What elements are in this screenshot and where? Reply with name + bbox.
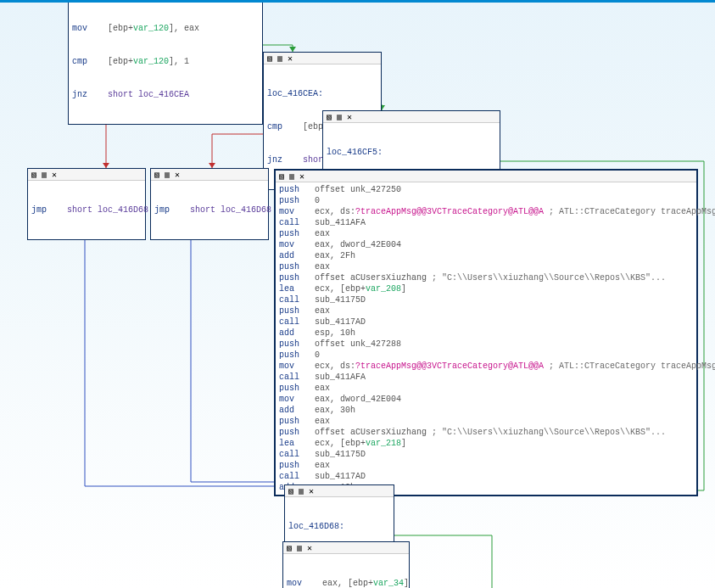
close-icon[interactable]: ✕ xyxy=(50,171,59,179)
mnem: mov xyxy=(72,23,108,34)
block-trace-body[interactable]: ▧ ▥ ✕ pushoffset unk_427250push0movecx, … xyxy=(274,169,698,496)
close-icon[interactable]: ✕ xyxy=(298,172,306,181)
close-icon[interactable]: ✕ xyxy=(345,113,354,121)
graph-icon[interactable]: ▧ xyxy=(265,54,274,63)
node-header: ▧ ▥ ✕ xyxy=(285,485,394,497)
bars-icon[interactable]: ▥ xyxy=(163,171,171,179)
graph-icon[interactable]: ▧ xyxy=(285,544,293,552)
bars-icon[interactable]: ▥ xyxy=(288,172,296,181)
block-entry[interactable]: mov[ebp+var_120], eax cmp[ebp+var_120], … xyxy=(68,0,263,125)
bars-icon[interactable]: ▥ xyxy=(40,171,48,179)
loc-label: loc_416D68: xyxy=(288,522,344,531)
block-var34[interactable]: ▧ ▥ ✕ moveax, [ebp+var_34] mov[ebp+var_2… xyxy=(282,541,410,588)
close-icon[interactable]: ✕ xyxy=(307,487,316,496)
graph-icon[interactable]: ▧ xyxy=(287,487,295,496)
node-header: ▧ ▥ ✕ xyxy=(323,111,500,123)
close-icon[interactable]: ✕ xyxy=(305,544,314,552)
graph-icon[interactable]: ▧ xyxy=(153,171,161,179)
asm-listing: pushoffset unk_427250push0movecx, ds:?tr… xyxy=(276,182,696,495)
bars-icon[interactable]: ▥ xyxy=(276,54,284,63)
bars-icon[interactable]: ▥ xyxy=(335,113,344,121)
graph-icon[interactable]: ▧ xyxy=(325,113,333,121)
node-header: ▧ ▥ ✕ xyxy=(276,171,696,182)
close-icon[interactable]: ✕ xyxy=(173,171,182,179)
close-icon[interactable]: ✕ xyxy=(286,54,294,63)
block-jmp-mid[interactable]: ▧ ▥ ✕ jmpshort loc_416D68 xyxy=(150,168,269,240)
bars-icon[interactable]: ▥ xyxy=(297,487,305,496)
node-header: ▧ ▥ ✕ xyxy=(151,169,268,181)
graph-icon[interactable]: ▧ xyxy=(30,171,38,179)
bars-icon[interactable]: ▥ xyxy=(295,544,304,552)
node-header: ▧ ▥ ✕ xyxy=(28,169,145,181)
block-jmp-left[interactable]: ▧ ▥ ✕ jmpshort loc_416D68 xyxy=(27,168,146,240)
graph-icon[interactable]: ▧ xyxy=(277,172,286,181)
node-header: ▧ ▥ ✕ xyxy=(264,53,381,64)
loc-label: loc_416CEA: xyxy=(267,89,323,98)
node-header: ▧ ▥ ✕ xyxy=(283,542,409,554)
loc-label: loc_416CF5: xyxy=(327,148,383,157)
